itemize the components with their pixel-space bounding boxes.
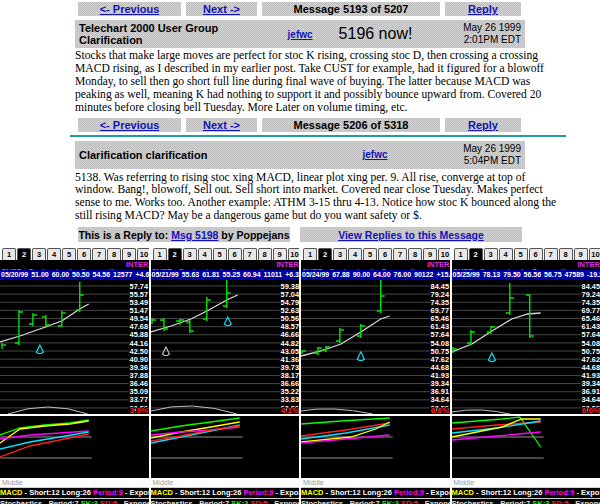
chart-tab-1[interactable]: 1: [2, 248, 16, 260]
svg-text:4.1%: 4.1%: [280, 406, 298, 414]
reply-to-msg-link[interactable]: Msg 5198: [171, 229, 218, 241]
message-title: Telechart 2000 User Group Clarification: [79, 22, 249, 46]
next-link-2[interactable]: Next ->: [203, 119, 240, 131]
chart-tab-7[interactable]: 7: [92, 248, 106, 260]
chart-tab-4[interactable]: 4: [499, 248, 513, 260]
chart-tab-3[interactable]: 3: [183, 248, 197, 260]
chart-tab-6[interactable]: 6: [228, 248, 242, 260]
message-counter-2: Message 5206 of 5318: [262, 118, 440, 132]
chart-tab-5[interactable]: 5: [363, 248, 377, 260]
chart-tab-9[interactable]: 9: [574, 248, 588, 260]
svg-text:3.9%: 3.9%: [130, 406, 148, 414]
chart-tab-9[interactable]: 9: [273, 248, 287, 260]
exchange-label: INTER: [126, 260, 149, 270]
reply-link[interactable]: Reply: [468, 3, 498, 15]
chart-tab-8[interactable]: 8: [258, 248, 272, 260]
chart-tab-1[interactable]: 1: [454, 248, 468, 260]
indicator-chart: [0, 416, 149, 478]
stochastics-legend: Stochastics - Period:7 SK:3 SD:5 - Expon…: [151, 498, 300, 504]
chart-tab-7[interactable]: 7: [393, 248, 407, 260]
chart-tab-4[interactable]: 4: [348, 248, 362, 260]
chart-tab-6[interactable]: 6: [77, 248, 91, 260]
chart-panel-3: 1234567891011 CUST - Customtracks Corpor…: [301, 246, 450, 504]
author-link[interactable]: jefwc: [288, 29, 313, 40]
chart-tab-9[interactable]: 9: [423, 248, 437, 260]
reply-button-2[interactable]: Reply: [445, 118, 521, 132]
chart-tab-5[interactable]: 5: [514, 248, 528, 260]
price-chart: 57.7455.5753.4951.4749.5447.6845.8844.16…: [0, 280, 149, 414]
nav-bar-1: <- Previous Next -> Message 5193 of 5207…: [78, 2, 522, 16]
chart-tab-3[interactable]: 3: [333, 248, 347, 260]
middle-label: Middle: [301, 478, 450, 487]
view-replies-cell[interactable]: View Replies to this Message: [300, 227, 522, 242]
chart-tab-10[interactable]: 10: [288, 248, 300, 260]
ohlc-info-row: 05/21/99 55.63 61.81 55.25 60.94 11011 +…: [151, 270, 300, 280]
chart-tab-5[interactable]: 5: [62, 248, 76, 260]
stochastics-legend: Stochastics - Period:7 SK:3 SD:5 - Expon…: [0, 498, 149, 504]
chart-tab-9[interactable]: 9: [122, 248, 136, 260]
forum-page: <- Previous Next -> Message 5193 of 5207…: [0, 0, 600, 504]
chart-tab-10[interactable]: 10: [589, 248, 600, 260]
message-body-2: 5138. Was referring to rising stoc xing …: [75, 172, 567, 224]
price-chart: 84.4579.2474.3569.7765.4661.4357.6454.08…: [452, 280, 600, 414]
chart-tab-2[interactable]: 2: [168, 248, 182, 260]
svg-text:6.6%: 6.6%: [431, 406, 449, 414]
charts-section: 1234567891011 CUST - Customtracks Corpor…: [0, 246, 600, 504]
chart-title-bar: CUST - Customtracks CorporationINTER: [0, 260, 149, 270]
chart-tab-bar: 1234567891011: [301, 246, 450, 260]
macd-legend: MACD - Short:12 Long:26 Period:9 - Expon…: [452, 487, 600, 498]
message-date: May 26 1999 2:01PM EDT: [451, 22, 521, 46]
chart-tab-2[interactable]: 2: [17, 248, 31, 260]
ohlc-info-row: 05/24/99 67.88 90.00 64.00 76.00 90122 +…: [301, 270, 450, 280]
next-link[interactable]: Next ->: [203, 3, 240, 15]
stochastics-legend: Stochastics - Period:7 SK:3 SD:5 - Expon…: [301, 498, 450, 504]
chart-tab-1[interactable]: 1: [153, 248, 167, 260]
chart-tab-6[interactable]: 6: [529, 248, 543, 260]
chart-tab-3[interactable]: 3: [484, 248, 498, 260]
previous-link-2[interactable]: <- Previous: [100, 119, 160, 131]
middle-label: Middle: [151, 478, 300, 487]
next-button-2[interactable]: Next ->: [186, 118, 257, 132]
chart-tab-4[interactable]: 4: [198, 248, 212, 260]
chart-tab-8[interactable]: 8: [559, 248, 573, 260]
chart-tab-8[interactable]: 8: [107, 248, 121, 260]
price-chart: 59.3857.0454.7952.6350.5648.5746.6644.82…: [151, 280, 300, 414]
previous-button[interactable]: <- Previous: [78, 2, 181, 16]
chart-title-bar: CUST - Customtracks CorporationINTER: [301, 260, 450, 270]
previous-button-2[interactable]: <- Previous: [78, 118, 181, 132]
middle-label: Middle: [0, 478, 149, 487]
chart-tab-10[interactable]: 10: [438, 248, 450, 260]
chart-tab-6[interactable]: 6: [378, 248, 392, 260]
chart-tab-2[interactable]: 2: [469, 248, 483, 260]
reply-button[interactable]: Reply: [445, 2, 521, 16]
chart-panel-1: 1234567891011 CUST - Customtracks Corpor…: [0, 246, 149, 504]
view-replies-link[interactable]: View Replies to this Message: [338, 229, 484, 241]
symbol-label: CUST - Customtracks Corporation: [0, 267, 123, 270]
chart-tab-1[interactable]: 1: [303, 248, 317, 260]
chart-tab-7[interactable]: 7: [243, 248, 257, 260]
indicator-chart: [452, 416, 600, 478]
author-link-2[interactable]: jefwc: [362, 149, 387, 160]
message-header-2: Clarification clarification jefwc May 26…: [75, 141, 525, 169]
reply-link-2[interactable]: Reply: [468, 119, 498, 131]
chart-tab-5[interactable]: 5: [213, 248, 227, 260]
chart-tab-4[interactable]: 4: [47, 248, 61, 260]
chart-tab-8[interactable]: 8: [408, 248, 422, 260]
previous-link[interactable]: <- Previous: [100, 3, 160, 15]
price-chart: 84.4579.2474.3569.7765.4661.4357.6454.08…: [301, 280, 450, 414]
message-date-2: May 26 1999 5:04PM EDT: [451, 143, 521, 167]
chart-tab-3[interactable]: 3: [32, 248, 46, 260]
exchange-label: INTER: [427, 260, 450, 270]
next-button[interactable]: Next ->: [186, 2, 257, 16]
chart-panel-4: 1234567891011 CUST - Customtracks Corpor…: [452, 246, 600, 504]
message-footer: This is a Reply to: Msg 5198 by Poppejan…: [78, 227, 600, 242]
message-counter: Message 5193 of 5207: [262, 2, 440, 16]
chart-title-bar: CUST - Customtracks CorporationINTER: [151, 260, 300, 270]
chart-tab-10[interactable]: 10: [137, 248, 149, 260]
exchange-label: INTER: [277, 260, 300, 270]
chart-tab-2[interactable]: 2: [318, 248, 332, 260]
symbol-label: CUST - Customtracks Corporation: [151, 267, 274, 270]
indicator-chart: [151, 416, 300, 478]
chart-tab-7[interactable]: 7: [544, 248, 558, 260]
symbol-label: CUST - Customtracks Corporation: [301, 267, 424, 270]
